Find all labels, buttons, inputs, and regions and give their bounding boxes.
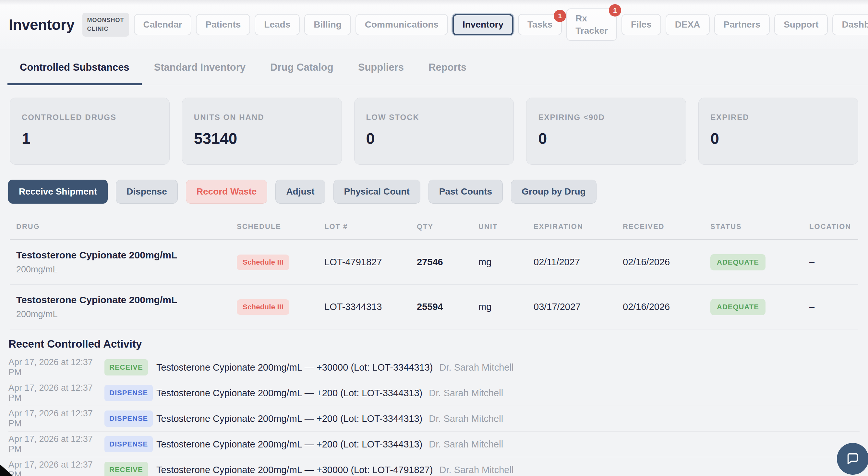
nav-item-support[interactable]: Support (774, 14, 828, 35)
stat-label: EXPIRED (710, 113, 846, 122)
stat-value: 0 (538, 130, 674, 148)
activity-user: Dr. Sarah Mitchell (429, 413, 503, 424)
stat-value: 1 (22, 130, 158, 148)
status-badge: ADEQUATE (710, 254, 766, 271)
drug-name: Testosterone Cypionate 200mg/mL (16, 250, 237, 261)
status-cell: ADEQUATE (710, 254, 809, 271)
activity-row: Apr 17, 2026 at 12:37 PMDISPENSETestoste… (8, 380, 860, 406)
activity-type-badge: DISPENSE (104, 436, 153, 452)
nav-item-communications[interactable]: Communications (355, 14, 448, 35)
nav-item-patients[interactable]: Patients (196, 14, 250, 35)
stat-card-expired: EXPIRED0 (699, 98, 858, 165)
table-row[interactable]: Testosterone Cypionate 200mg/mL200mg/mLS… (10, 285, 858, 329)
column-header-lot: LOT # (324, 222, 417, 231)
activity-badge-wrap: DISPENSE (104, 411, 156, 427)
nav-item-tasks[interactable]: Tasks1 (518, 14, 562, 35)
activity-row: Apr 17, 2026 at 12:37 PMDISPENSETestoste… (8, 406, 860, 432)
column-header-received: RECEIVED (623, 222, 710, 231)
physical-count-button[interactable]: Physical Count (334, 180, 421, 203)
activity-row: Apr 17, 2026 at 12:37 PMRECEIVETestoster… (8, 355, 860, 380)
activity-user: Dr. Sarah Mitchell (429, 388, 503, 399)
activity-description: Testosterone Cypionate 200mg/mL — +200 (… (156, 439, 422, 450)
status-cell: ADEQUATE (710, 299, 809, 315)
nav-item-inventory[interactable]: Inventory (453, 14, 514, 35)
activity-timestamp: Apr 17, 2026 at 12:37 PM (8, 383, 104, 403)
main-nav: CalendarPatientsLeadsBillingCommunicatio… (134, 8, 868, 41)
activity-type-badge: RECEIVE (104, 462, 148, 476)
location-cell: – (809, 257, 852, 267)
activity-description: Testosterone Cypionate 200mg/mL — +30000… (156, 465, 433, 475)
column-header-drug: DRUG (16, 222, 237, 231)
received-cell: 02/16/2026 (623, 257, 710, 267)
column-header-expiration: EXPIRATION (534, 222, 623, 231)
qty-cell: 25594 (417, 302, 478, 312)
location-cell: – (809, 302, 852, 312)
stat-card-expiring-90d: EXPIRING <90D0 (526, 98, 686, 165)
controlled-substances-table: DRUGSCHEDULELOT #QTYUNITEXPIRATIONRECEIV… (10, 218, 858, 329)
nav-item-calendar[interactable]: Calendar (134, 14, 192, 35)
chat-button[interactable] (837, 443, 868, 475)
dispense-button[interactable]: Dispense (116, 180, 178, 203)
stats-row: CONTROLLED DRUGS1UNITS ON HAND53140LOW S… (0, 98, 868, 165)
column-header-schedule: SCHEDULE (237, 222, 324, 231)
notification-badge: 1 (609, 4, 621, 17)
nav-item-files[interactable]: Files (621, 14, 661, 35)
schedule-cell: Schedule III (237, 255, 324, 270)
drug-cell: Testosterone Cypionate 200mg/mL200mg/mL (16, 250, 237, 275)
stat-label: LOW STOCK (366, 113, 502, 122)
tab-standard-inventory[interactable]: Standard Inventory (142, 53, 258, 85)
drug-cell: Testosterone Cypionate 200mg/mL200mg/mL (16, 294, 237, 319)
adjust-button[interactable]: Adjust (275, 180, 325, 203)
tab-suppliers[interactable]: Suppliers (346, 53, 416, 85)
status-badge: ADEQUATE (710, 299, 766, 315)
lot-cell: LOT-3344313 (324, 302, 417, 312)
nav-item-dashboard[interactable]: Dashboard (832, 14, 868, 35)
nav-item-billing[interactable]: Billing (304, 14, 351, 35)
tab-drug-catalog[interactable]: Drug Catalog (258, 53, 346, 85)
activity-badge-wrap: DISPENSE (104, 436, 156, 452)
top-header: Inventory MOONSHOT CLINIC CalendarPatien… (0, 0, 868, 49)
activity-badge-wrap: RECEIVE (104, 359, 156, 376)
nav-item-partners[interactable]: Partners (714, 14, 770, 35)
nav-item-leads[interactable]: Leads (255, 14, 300, 35)
tab-controlled-substances[interactable]: Controlled Substances (7, 53, 142, 85)
qty-cell: 27546 (417, 257, 478, 267)
nav-item-rx-tracker[interactable]: RxTracker1 (566, 8, 617, 41)
activity-user: Dr. Sarah Mitchell (439, 465, 514, 475)
activity-timestamp: Apr 17, 2026 at 12:37 PM (8, 434, 104, 454)
expiration-cell: 03/17/2027 (534, 302, 623, 312)
activity-timestamp: Apr 17, 2026 at 12:37 PM (8, 460, 104, 476)
table-row[interactable]: Testosterone Cypionate 200mg/mL200mg/mLS… (10, 240, 858, 285)
activity-description: Testosterone Cypionate 200mg/mL — +200 (… (156, 413, 422, 424)
activity-timestamp: Apr 17, 2026 at 12:37 PM (8, 409, 104, 429)
activity-type-badge: RECEIVE (104, 359, 148, 376)
chat-bubble-icon (845, 451, 860, 466)
schedule-cell: Schedule III (237, 299, 324, 315)
nav-item-dexa[interactable]: DEXA (665, 14, 710, 35)
drug-strength: 200mg/mL (16, 264, 237, 275)
column-header-unit: UNIT (478, 222, 534, 231)
stat-value: 53140 (194, 130, 330, 148)
activity-type-badge: DISPENSE (104, 411, 153, 427)
clinic-badge-line1: MOONSHOT (87, 16, 124, 25)
tab-reports[interactable]: Reports (416, 53, 479, 85)
activity-row: Apr 17, 2026 at 12:37 PMDISPENSETestoste… (8, 432, 860, 457)
activity-description: Testosterone Cypionate 200mg/mL — +30000… (156, 362, 433, 373)
actions-toolbar: Receive ShipmentDispenseRecord WasteAdju… (0, 180, 868, 203)
unit-cell: mg (478, 302, 534, 312)
past-counts-button[interactable]: Past Counts (429, 180, 503, 203)
stat-card-controlled-drugs: CONTROLLED DRUGS1 (10, 98, 169, 165)
record-waste-button[interactable]: Record Waste (186, 180, 268, 203)
clinic-badge: MOONSHOT CLINIC (83, 13, 129, 37)
lot-cell: LOT-4791827 (324, 257, 417, 267)
unit-cell: mg (478, 257, 534, 267)
schedule-badge: Schedule III (237, 255, 289, 270)
group-by-drug-button[interactable]: Group by Drug (511, 180, 596, 203)
stat-label: CONTROLLED DRUGS (22, 113, 158, 122)
recent-activity-section: Recent Controlled Activity Apr 17, 2026 … (8, 338, 860, 476)
column-header-qty: QTY (417, 222, 478, 231)
expiration-cell: 02/11/2027 (534, 257, 623, 267)
activity-description: Testosterone Cypionate 200mg/mL — +200 (… (156, 388, 422, 399)
received-cell: 02/16/2026 (623, 302, 710, 312)
receive-shipment-button[interactable]: Receive Shipment (8, 180, 108, 203)
